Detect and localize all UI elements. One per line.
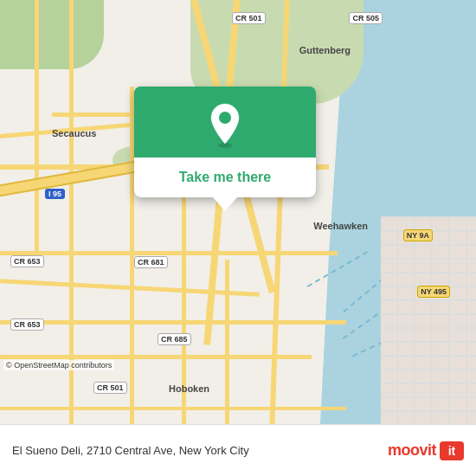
cr653b-badge: CR 653 <box>10 318 44 331</box>
tooltip-arrow <box>213 197 237 211</box>
cr653a-badge: CR 653 <box>10 255 44 267</box>
urban-grid <box>381 216 476 424</box>
map-container: Take me there Secaucus Guttenberg Weehaw… <box>0 0 476 424</box>
bottom-bar: El Sueno Deli, 2710 Central Ave, New Yor… <box>0 424 476 476</box>
road-central-ave <box>225 260 229 424</box>
cr681-badge: CR 681 <box>134 256 168 268</box>
ny9a-badge: NY 9A <box>403 229 433 241</box>
moovit-text: moovit <box>388 441 436 460</box>
ny495-badge: NY 495 <box>417 286 450 298</box>
moovit-icon: it <box>440 441 464 460</box>
location-pin-icon <box>206 102 244 149</box>
road-v-left <box>35 0 39 260</box>
cr505-badge: CR 505 <box>349 12 383 24</box>
cr501b-badge: CR 501 <box>93 382 127 394</box>
map-tooltip[interactable]: Take me there <box>134 87 316 211</box>
road-bottom <box>0 355 312 359</box>
moovit-logo: moovit it <box>388 441 464 460</box>
road-h2 <box>0 251 338 255</box>
i95-badge: I 95 <box>45 189 65 199</box>
take-me-there-button[interactable]: Take me there <box>134 158 316 197</box>
tooltip-box: Take me there <box>134 87 316 197</box>
svg-point-1 <box>219 112 231 124</box>
cr685-badge: CR 685 <box>158 333 191 345</box>
address-text: El Sueno Deli, 2710 Central Ave, New Yor… <box>12 444 249 457</box>
green-area-nw <box>0 0 104 69</box>
cr501-badge: CR 501 <box>232 12 266 24</box>
svg-text:it: it <box>448 444 456 458</box>
road-bottom2 <box>0 407 346 410</box>
road-h3 <box>0 320 346 325</box>
osm-attribution: © OpenStreetMap contributors <box>3 360 114 370</box>
tooltip-icon-area <box>134 87 316 158</box>
